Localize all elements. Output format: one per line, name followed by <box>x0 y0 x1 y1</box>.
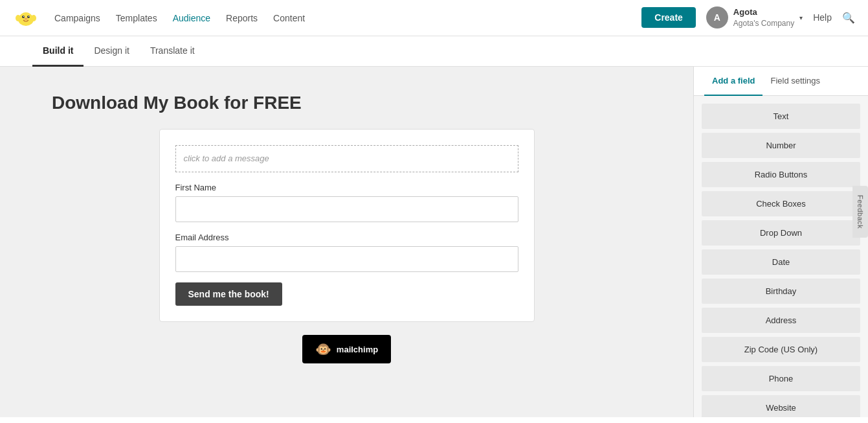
first-name-input[interactable] <box>175 196 518 222</box>
search-icon[interactable]: 🔍 <box>842 12 855 24</box>
user-company: Agota's Company <box>733 18 794 29</box>
submit-button[interactable]: Send me the book! <box>175 282 282 306</box>
tab-build-it[interactable]: Build it <box>32 36 83 67</box>
field-item-date[interactable]: Date <box>702 249 860 275</box>
svg-point-8 <box>16 15 21 21</box>
user-name: Agota <box>733 6 794 18</box>
content-area: Download My Book for FREE click to add a… <box>0 67 693 417</box>
nav-campaigns[interactable]: Campaigns <box>54 13 100 23</box>
nav-templates[interactable]: Templates <box>116 13 157 23</box>
tab-translate-it[interactable]: Translate it <box>140 36 205 67</box>
field-item-radio-buttons[interactable]: Radio Buttons <box>702 162 860 187</box>
svg-point-7 <box>25 17 28 19</box>
svg-point-5 <box>23 16 25 17</box>
field-item-zip-code[interactable]: Zip Code (US Only) <box>702 337 860 362</box>
mailchimp-monkey-icon: 🐵 <box>315 341 331 357</box>
avatar: A <box>706 6 728 29</box>
logo[interactable] <box>13 5 39 31</box>
email-label: Email Address <box>175 233 518 242</box>
mailchimp-badge: 🐵 mailchimp <box>302 335 391 363</box>
create-button[interactable]: Create <box>641 7 696 28</box>
field-list: Text Number Radio Buttons Check Boxes Dr… <box>694 96 868 417</box>
first-name-label: First Name <box>175 183 518 192</box>
nav-audience[interactable]: Audience <box>173 13 210 23</box>
nav-content[interactable]: Content <box>273 13 305 23</box>
tab-design-it[interactable]: Design it <box>83 36 139 67</box>
form-title: Download My Book for FREE <box>52 93 302 113</box>
message-field[interactable]: click to add a message <box>175 145 518 172</box>
field-item-number[interactable]: Number <box>702 133 860 158</box>
form-card: click to add a message First Name Email … <box>159 129 535 322</box>
nav-links: Campaigns Templates Audience Reports Con… <box>54 13 641 23</box>
message-placeholder: click to add a message <box>184 154 269 163</box>
field-item-drop-down[interactable]: Drop Down <box>702 220 860 246</box>
chevron-down-icon: ▾ <box>799 14 803 21</box>
sidebar-tabs: Add a field Field settings <box>694 67 868 96</box>
field-item-birthday[interactable]: Birthday <box>702 279 860 304</box>
field-item-text[interactable]: Text <box>702 104 860 129</box>
mailchimp-text: mailchimp <box>337 345 378 354</box>
user-menu[interactable]: A Agota Agota's Company ▾ <box>706 6 803 29</box>
sidebar-tab-field-settings[interactable]: Field settings <box>762 67 828 96</box>
top-nav: Campaigns Templates Audience Reports Con… <box>0 0 868 36</box>
nav-reports[interactable]: Reports <box>226 13 258 23</box>
email-input[interactable] <box>175 246 518 272</box>
field-item-website[interactable]: Website <box>702 395 860 417</box>
nav-right: Create A Agota Agota's Company ▾ Help 🔍 <box>641 6 855 29</box>
main-layout: Download My Book for FREE click to add a… <box>0 67 868 417</box>
feedback-tab[interactable]: Feedback <box>852 185 868 237</box>
sub-tabs: Build it Design it Translate it <box>0 36 868 67</box>
user-info: Agota Agota's Company <box>733 6 794 29</box>
right-sidebar: Add a field Field settings Text Number R… <box>693 67 868 417</box>
sidebar-tab-add-field[interactable]: Add a field <box>704 67 762 96</box>
svg-point-6 <box>28 16 30 17</box>
field-item-check-boxes[interactable]: Check Boxes <box>702 191 860 216</box>
svg-point-9 <box>31 15 36 21</box>
field-item-address[interactable]: Address <box>702 308 860 333</box>
help-link[interactable]: Help <box>813 12 832 23</box>
field-item-phone[interactable]: Phone <box>702 366 860 391</box>
